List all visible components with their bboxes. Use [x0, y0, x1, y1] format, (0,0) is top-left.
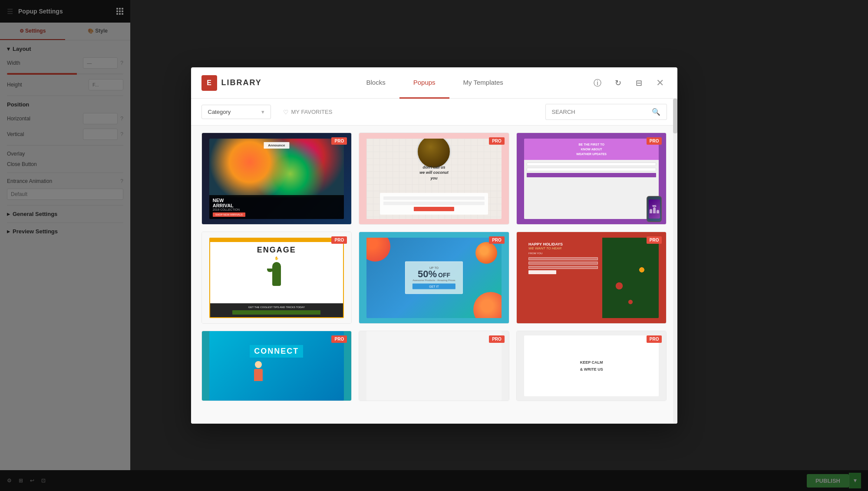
- modal-tabs: Blocks Popups My Templates: [279, 67, 591, 99]
- t6-field-1: [528, 257, 598, 260]
- t5-fruit-2: [473, 292, 502, 318]
- template-preview-1: Announce Newarrival 2016 COLLECTION SHOP…: [202, 133, 352, 224]
- t2-email-field: [383, 202, 484, 205]
- modal-body[interactable]: PRO Announce Newarrival 2016 COLLECTION …: [191, 126, 677, 424]
- t2-submit-btn: [414, 207, 454, 211]
- t4-bottom-section: GET THE COOLEST TIPS AND TRICKS TODAY: [210, 303, 343, 317]
- search-input[interactable]: [552, 109, 648, 115]
- t6-content: Happy Holidays WE WANT TO HEAR FROM YOU: [524, 238, 659, 318]
- template-preview-3: BE THE FIRST TOKNOW ABOUTWEATHER UPDATES…: [517, 133, 667, 224]
- t4-download-btn: [232, 310, 320, 315]
- t9-content: KEEP CALM& WRITE US: [524, 335, 659, 396]
- template-preview-6: Happy Holidays WE WANT TO HEAR FROM YOU: [517, 232, 667, 323]
- pro-badge-9: PRO: [647, 335, 662, 343]
- modal-logo: E LIBRARY: [201, 75, 262, 91]
- t7-content: CONNECT: [209, 331, 344, 401]
- elementor-logo: E: [201, 75, 217, 91]
- refresh-icon[interactable]: ↻: [611, 76, 625, 90]
- template-card-new-arrival[interactable]: PRO Announce Newarrival 2016 COLLECTION …: [201, 133, 352, 225]
- template-preview-2: don't call uswe will coconutyou: [359, 133, 509, 224]
- logo-letter: E: [207, 79, 211, 87]
- pro-badge-4: PRO: [331, 236, 347, 244]
- modal-toolbar: Category ▾ ♡ MY FAVORITES 🔍: [191, 99, 677, 126]
- t6-happy-text: Happy Holidays: [528, 242, 598, 246]
- t5-tagline: Awesome Products - Amazing Prices: [413, 279, 455, 282]
- t5-content: UP TO 50% OFF Awesome Products - Amazing…: [366, 238, 501, 318]
- t5-offer-box: UP TO 50% OFF Awesome Products - Amazing…: [405, 262, 462, 294]
- template-card-weather[interactable]: PRO BE THE FIRST TOKNOW ABOUTWEATHER UPD…: [516, 133, 667, 225]
- template-preview-9: KEEP CALM& WRITE US: [517, 331, 667, 401]
- t3-phone-mockup: WE: [647, 196, 662, 222]
- t4-cactus-arm: [267, 269, 273, 272]
- search-area: 🔍: [545, 104, 667, 120]
- t6-left-panel: Happy Holidays WE WANT TO HEAR FROM YOU: [524, 238, 602, 318]
- t3-form: [524, 160, 659, 219]
- search-icon[interactable]: 🔍: [652, 108, 660, 116]
- t6-field-3: [528, 266, 598, 269]
- modal-header-actions: ⓘ ↻ ⊟ ✕: [591, 76, 667, 90]
- t2-title: don't call uswe will coconutyou: [366, 165, 501, 181]
- t5-cta: GET IT: [413, 284, 455, 289]
- t5-fruit-3: [475, 242, 497, 264]
- t5-fruit-1: [366, 238, 390, 262]
- t5-percent-text: 50% OFF: [413, 269, 455, 279]
- save-icon[interactable]: ⊟: [632, 76, 646, 90]
- library-modal: E LIBRARY Blocks Popups My Templates ⓘ ↻…: [191, 67, 677, 424]
- t4-content: ENGAGE ✋ GET THE COOLEST TIPS AN: [209, 238, 344, 318]
- t7-text-area: CONNECT: [243, 338, 310, 394]
- pro-badge-2: PRO: [489, 137, 505, 145]
- template-card-engage[interactable]: PRO ENGAGE ✋: [201, 232, 352, 324]
- pro-badge-6: PRO: [647, 236, 662, 244]
- template-preview-8: [359, 331, 509, 401]
- t1-subtitle: 2016 COLLECTION: [213, 208, 340, 211]
- t2-name-field: [383, 196, 484, 200]
- t1-cta: SHOP NEW ARRIVALS: [213, 212, 245, 217]
- template-card-unknown[interactable]: PRO: [359, 331, 509, 401]
- info-icon[interactable]: ⓘ: [591, 76, 604, 90]
- tab-my-templates[interactable]: My Templates: [449, 67, 517, 99]
- t4-title: ENGAGE: [210, 242, 343, 256]
- pro-badge-5: PRO: [489, 236, 505, 244]
- template-preview-5: UP TO 50% OFF Awesome Products - Amazing…: [359, 232, 509, 323]
- template-card-connect[interactable]: PRO CONNECT: [201, 331, 352, 401]
- template-card-happy-holidays[interactable]: PRO Happy Holidays WE WANT TO HEAR FROM …: [516, 232, 667, 324]
- template-card-keep-calm[interactable]: PRO KEEP CALM& WRITE US: [516, 331, 667, 401]
- t4-cactus-body: [272, 262, 281, 286]
- template-grid: PRO Announce Newarrival 2016 COLLECTION …: [201, 133, 667, 401]
- tab-blocks[interactable]: Blocks: [353, 67, 399, 99]
- t3-name-field: [527, 163, 656, 166]
- close-modal-icon[interactable]: ✕: [653, 76, 667, 90]
- t6-field-2: [528, 262, 598, 265]
- t7-figure: [250, 361, 267, 387]
- library-title: LIBRARY: [221, 78, 262, 87]
- favorites-button[interactable]: ♡ MY FAVORITES: [278, 105, 338, 119]
- template-preview-4: ENGAGE ✋ GET THE COOLEST TIPS AN: [202, 232, 352, 323]
- t6-send-btn: [528, 270, 556, 274]
- t3-send-btn: [527, 173, 656, 177]
- scrollbar-thumb: [673, 99, 677, 133]
- category-label: Category: [208, 109, 231, 115]
- pro-badge-1: PRO: [331, 137, 347, 145]
- tab-popups[interactable]: Popups: [399, 67, 449, 99]
- t8-content: [366, 331, 501, 401]
- category-dropdown[interactable]: Category ▾: [201, 105, 271, 119]
- t1-text: Newarrival 2016 COLLECTION SHOP NEW ARRI…: [209, 195, 344, 219]
- modal-header: E LIBRARY Blocks Popups My Templates ⓘ ↻…: [191, 67, 677, 99]
- modal-scrollbar[interactable]: [673, 99, 677, 424]
- heart-icon: ♡: [283, 109, 289, 116]
- t3-title: BE THE FIRST TOKNOW ABOUTWEATHER UPDATES: [524, 139, 659, 160]
- t3-email-field: [527, 168, 656, 171]
- t2-content: don't call uswe will coconutyou: [366, 139, 501, 219]
- template-preview-7: CONNECT: [202, 331, 352, 401]
- t3-screen: WE: [649, 199, 660, 219]
- favorites-label: MY FAVORITES: [291, 109, 333, 115]
- t2-form: [380, 193, 488, 215]
- modal-overlay: E LIBRARY Blocks Popups My Templates ⓘ ↻…: [0, 0, 868, 491]
- template-card-coconut[interactable]: PRO don't call uswe will coconutyou: [359, 133, 509, 225]
- t6-form: [528, 257, 598, 274]
- t4-tagline: GET THE COOLEST TIPS AND TRICKS TODAY: [214, 306, 340, 309]
- t3-content: BE THE FIRST TOKNOW ABOUTWEATHER UPDATES: [524, 139, 659, 219]
- pro-badge-3: PRO: [647, 137, 662, 145]
- t3-we-text: WE: [650, 205, 659, 213]
- template-card-fifty-off[interactable]: PRO UP TO 50% OFF: [359, 232, 509, 324]
